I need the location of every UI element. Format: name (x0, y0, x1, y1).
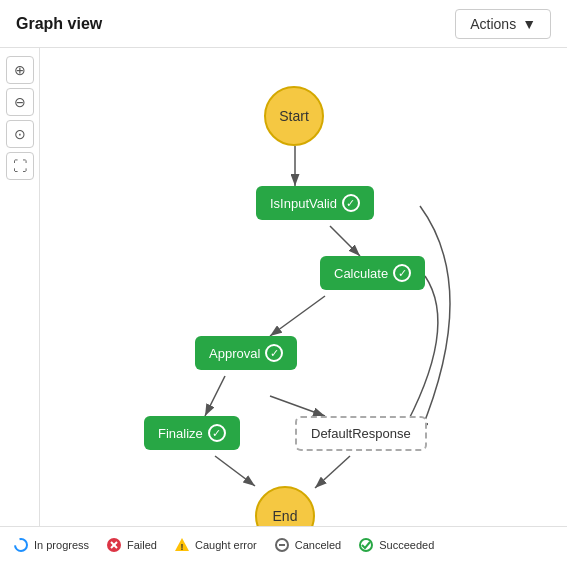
main-area: ⊕ ⊖ ⊙ ⛶ (0, 48, 567, 526)
legend-canceled: Canceled (273, 536, 341, 554)
legend-caughterror: ! Caught error (173, 536, 257, 554)
check-icon-approval: ✓ (265, 344, 283, 362)
zoom-out-icon: ⊖ (14, 94, 26, 110)
node-finalize-rect: Finalize ✓ (144, 416, 240, 450)
node-isinputvalid[interactable]: IsInputValid ✓ (256, 186, 374, 220)
node-approval-rect: Approval ✓ (195, 336, 297, 370)
zoom-out-button[interactable]: ⊖ (6, 88, 34, 116)
chevron-down-icon: ▼ (522, 16, 536, 32)
zoom-in-icon: ⊕ (14, 62, 26, 78)
center-button[interactable]: ⊙ (6, 120, 34, 148)
inprogress-icon (12, 536, 30, 554)
svg-text:!: ! (181, 542, 184, 552)
header: Graph view Actions ▼ (0, 0, 567, 48)
node-end-circle: End (255, 486, 315, 526)
svg-line-7 (315, 456, 350, 488)
legend-succeeded: Succeeded (357, 536, 434, 554)
svg-line-5 (270, 396, 325, 416)
svg-point-16 (360, 539, 372, 551)
graph-area: Start IsInputValid ✓ Calculate ✓ Approva… (40, 48, 567, 526)
page-title: Graph view (16, 15, 102, 33)
svg-line-2 (330, 226, 360, 256)
legend-inprogress: In progress (12, 536, 89, 554)
check-icon-calculate: ✓ (393, 264, 411, 282)
node-defaultresponse[interactable]: DefaultResponse (295, 416, 427, 451)
legend-failed: Failed (105, 536, 157, 554)
node-calculate[interactable]: Calculate ✓ (320, 256, 425, 290)
actions-button[interactable]: Actions ▼ (455, 9, 551, 39)
caughterror-icon: ! (173, 536, 191, 554)
svg-line-6 (215, 456, 255, 486)
center-icon: ⊙ (14, 126, 26, 142)
node-isinputvalid-rect: IsInputValid ✓ (256, 186, 374, 220)
node-finalize[interactable]: Finalize ✓ (144, 416, 240, 450)
expand-button[interactable]: ⛶ (6, 152, 34, 180)
node-end[interactable]: End (255, 486, 315, 526)
svg-line-4 (205, 376, 225, 416)
node-start-circle: Start (264, 86, 324, 146)
svg-point-8 (15, 539, 27, 551)
svg-line-3 (270, 296, 325, 336)
expand-icon: ⛶ (13, 158, 27, 174)
succeeded-icon (357, 536, 375, 554)
check-icon-isinputvalid: ✓ (342, 194, 360, 212)
zoom-in-button[interactable]: ⊕ (6, 56, 34, 84)
actions-label: Actions (470, 16, 516, 32)
node-defaultresponse-rect: DefaultResponse (295, 416, 427, 451)
canceled-icon (273, 536, 291, 554)
node-approval[interactable]: Approval ✓ (195, 336, 297, 370)
node-calculate-rect: Calculate ✓ (320, 256, 425, 290)
node-start[interactable]: Start (264, 86, 324, 146)
check-icon-finalize: ✓ (208, 424, 226, 442)
failed-icon (105, 536, 123, 554)
footer-legend: In progress Failed ! Caught error (0, 526, 567, 562)
toolbar: ⊕ ⊖ ⊙ ⛶ (0, 48, 40, 526)
